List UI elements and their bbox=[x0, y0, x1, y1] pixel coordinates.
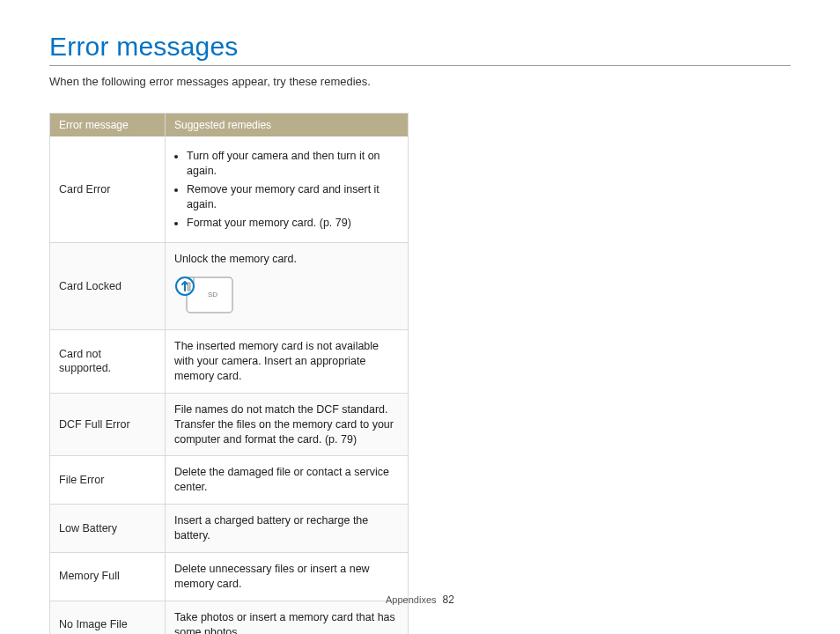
cell-remedy: Delete the damaged file or contact a ser… bbox=[166, 456, 409, 505]
table-header-row: Error message Suggested remedies bbox=[50, 114, 409, 137]
remedy-item: Remove your memory card and insert it ag… bbox=[187, 182, 399, 212]
cell-error-message: Card not supported. bbox=[50, 330, 166, 394]
cell-error-message: Card Error bbox=[50, 136, 166, 243]
remedy-list: Turn off your camera and then turn it on… bbox=[174, 149, 399, 230]
cell-error-message: Low Battery bbox=[50, 505, 166, 553]
table-row: Card Locked Unlock the memory card. SD bbox=[50, 243, 409, 330]
cell-remedy: The inserted memory card is not availabl… bbox=[166, 330, 409, 394]
cell-remedy: Turn off your camera and then turn it on… bbox=[166, 136, 409, 243]
cell-error-message: Card Locked bbox=[50, 243, 166, 330]
table-row: Card Error Turn off your camera and then… bbox=[50, 136, 409, 243]
table-row: Low Battery Insert a charged battery or … bbox=[50, 505, 409, 553]
sd-card-icon: SD bbox=[174, 272, 236, 321]
error-table: Error message Suggested remedies Card Er… bbox=[49, 113, 409, 634]
page-footer: Appendixes 82 bbox=[0, 593, 840, 606]
page-title: Error messages bbox=[49, 32, 791, 62]
intro-text: When the following error messages appear… bbox=[49, 75, 791, 88]
cell-remedy: File names do not match the DCF standard… bbox=[166, 393, 409, 456]
cell-remedy: Unlock the memory card. SD bbox=[166, 243, 409, 330]
footer-page-number: 82 bbox=[443, 593, 454, 606]
table-row: File Error Delete the damaged file or co… bbox=[50, 456, 409, 505]
sd-label: SD bbox=[208, 291, 217, 299]
header-suggested-remedies: Suggested remedies bbox=[166, 114, 409, 137]
remedy-text: Unlock the memory card. bbox=[174, 252, 399, 267]
cell-error-message: File Error bbox=[50, 456, 166, 505]
title-divider bbox=[49, 65, 791, 66]
remedy-item: Format your memory card. (p. 79) bbox=[187, 216, 399, 231]
table-row: Card not supported. The inserted memory … bbox=[50, 330, 409, 394]
cell-error-message: DCF Full Error bbox=[50, 393, 166, 456]
remedy-item: Turn off your camera and then turn it on… bbox=[187, 149, 399, 179]
header-error-message: Error message bbox=[50, 114, 166, 137]
footer-section: Appendixes bbox=[386, 594, 437, 605]
svg-rect-2 bbox=[188, 283, 190, 291]
table-row: DCF Full Error File names do not match t… bbox=[50, 393, 409, 456]
cell-remedy: Insert a charged battery or recharge the… bbox=[166, 505, 409, 553]
